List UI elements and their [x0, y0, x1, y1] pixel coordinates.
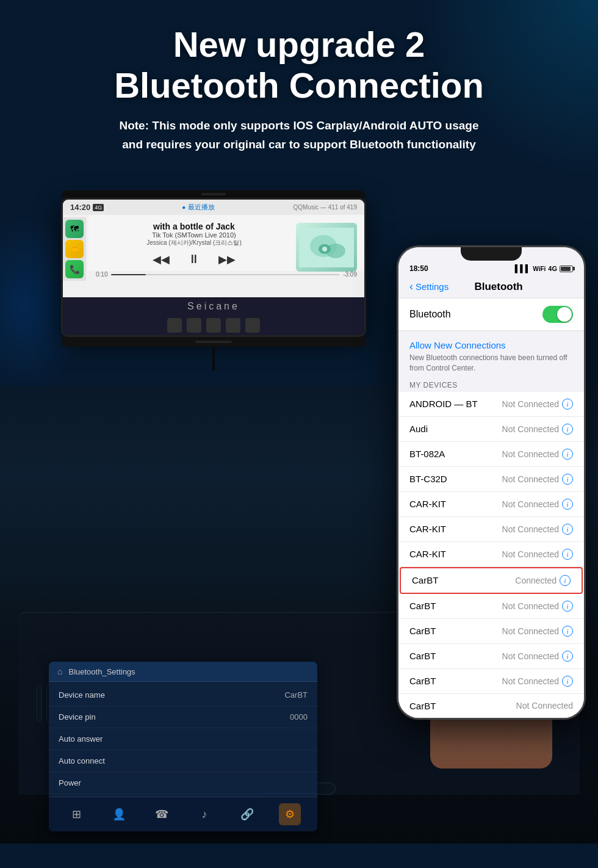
- maps-icon: 🗺: [65, 220, 84, 238]
- label-auto-connect: Auto connect: [59, 756, 105, 765]
- device-item-carkit2[interactable]: CAR-KIT Not Connected i: [398, 517, 584, 542]
- car-track-counter: QQMusic — 411 of 419: [294, 204, 358, 211]
- device-item-carbt4[interactable]: CarBT Not Connected i: [398, 644, 584, 669]
- info-button[interactable]: i: [562, 499, 573, 510]
- dock-icon-3[interactable]: [206, 318, 221, 333]
- label-auto-answer: Auto answer: [59, 734, 103, 743]
- music-progress-bar: 0:10 -3:09: [88, 271, 364, 281]
- device-item-btc32d[interactable]: BT-C32D Not Connected i: [398, 467, 584, 492]
- music-controls: ◀◀ ⏸ ▶▶: [91, 247, 297, 269]
- device-item-carkit3[interactable]: CAR-KIT Not Connected i: [398, 542, 584, 567]
- device-name: BT-082A: [409, 449, 445, 459]
- bt-settings-bottom-icons: ⊞ 👤 ☎ ♪ 🔗 ⚙: [49, 797, 317, 831]
- device-name: CAR-KIT: [409, 549, 446, 559]
- info-button[interactable]: i: [562, 424, 573, 435]
- device-status: Not Connected i: [502, 449, 573, 460]
- bottom-icon-calls[interactable]: ☎: [151, 803, 173, 825]
- device-status: Not Connected i: [502, 499, 573, 510]
- song-subtitle1: Tik Tok (SMTown Live 2010): [91, 231, 297, 239]
- pause-button[interactable]: ⏸: [188, 252, 200, 266]
- rewind-button[interactable]: ◀◀: [153, 253, 170, 266]
- phone-screen: 18:50 ▌▌▌ WiFi 4G ‹ Settings: [398, 247, 584, 718]
- forward-button[interactable]: ▶▶: [218, 253, 236, 266]
- bottom-icon-contacts[interactable]: 👤: [108, 803, 130, 825]
- device-name: CarBT: [409, 601, 436, 611]
- bottom-icon-link[interactable]: 🔗: [236, 803, 258, 825]
- device-status: Not Connected i: [502, 549, 573, 560]
- bottom-icon-settings[interactable]: ⚙: [279, 803, 301, 825]
- back-button[interactable]: ‹ Settings: [409, 280, 448, 293]
- info-button[interactable]: i: [562, 399, 573, 410]
- network-type: 4G: [548, 265, 557, 272]
- bt-settings-rows: Device name CarBT Device pin 0000 Auto a…: [49, 682, 317, 797]
- device-status: Not Connected i: [502, 676, 573, 687]
- device-name: CarBT: [412, 575, 438, 585]
- info-button[interactable]: i: [562, 474, 573, 485]
- device-item-carbt2[interactable]: CarBT Not Connected i: [398, 594, 584, 619]
- device-name: BT-C32D: [409, 474, 447, 484]
- device-name: ANDROID — BT: [409, 399, 478, 409]
- allow-connections-link[interactable]: Allow New Connections: [409, 340, 573, 350]
- device-item-android-bt[interactable]: ANDROID — BT Not Connected i: [398, 392, 584, 417]
- my-devices-header: MY DEVICES: [398, 376, 584, 392]
- device-name: CarBT: [409, 651, 436, 661]
- device-name: CAR-KIT: [409, 524, 446, 534]
- info-button[interactable]: i: [562, 549, 573, 560]
- progress-track[interactable]: [111, 274, 339, 275]
- time-current: 0:10: [96, 271, 107, 278]
- bt-row-device-pin: Device pin 0000: [49, 706, 317, 728]
- info-button[interactable]: i: [560, 575, 571, 586]
- time-remaining: -3:09: [343, 271, 357, 278]
- device-name: Audi: [409, 424, 428, 434]
- info-button[interactable]: i: [562, 601, 573, 612]
- bt-settings-title: Bluetooth_Settings: [68, 667, 135, 676]
- phone-nav-bar: ‹ Settings Bluetooth: [398, 275, 584, 298]
- info-button[interactable]: i: [562, 626, 573, 637]
- bluetooth-row: Bluetooth: [398, 298, 584, 331]
- device-item-carbt5[interactable]: CarBT Not Connected i: [398, 669, 584, 694]
- phone-time: 18:50: [409, 264, 428, 273]
- device-item-bt082a[interactable]: BT-082A Not Connected i: [398, 442, 584, 467]
- device-name: CAR-KIT: [409, 499, 446, 509]
- phone-icon: 📞: [65, 260, 84, 278]
- album-art: [296, 223, 357, 272]
- battery-icon: [560, 266, 573, 272]
- bt-settings-header: ⌂ Bluetooth_Settings: [49, 662, 317, 682]
- phone-device: 18:50 ▌▌▌ WiFi 4G ‹ Settings: [397, 245, 586, 720]
- device-status: Not Connected i: [502, 524, 573, 535]
- song-subtitle2: Jessica (제시카)/Krystal (크리스탈): [91, 239, 297, 247]
- device-item-audi[interactable]: Audi Not Connected i: [398, 417, 584, 442]
- value-device-pin: 0000: [290, 712, 308, 722]
- bottom-icon-grid[interactable]: ⊞: [65, 803, 87, 825]
- device-name: CarBT: [409, 676, 436, 686]
- label-device-pin: Device pin: [59, 712, 96, 722]
- device-status: Not Connected i: [502, 399, 573, 410]
- device-status: Not Connected: [516, 701, 573, 711]
- dock-icon-2[interactable]: [187, 318, 201, 333]
- car-signal: 4G: [93, 204, 104, 211]
- chevron-left-icon: ‹: [409, 280, 413, 293]
- device-status: Not Connected i: [502, 626, 573, 637]
- info-button[interactable]: i: [562, 651, 573, 662]
- bt-row-auto-answer: Auto answer: [49, 728, 317, 750]
- dock-icon-4[interactable]: [226, 318, 240, 333]
- device-item-carbt6[interactable]: CarBT Not Connected: [398, 694, 584, 718]
- page-nav-title: Bluetooth: [448, 281, 549, 293]
- info-button[interactable]: i: [562, 524, 573, 535]
- device-item-carkit1[interactable]: CAR-KIT Not Connected i: [398, 492, 584, 517]
- bottom-icon-music[interactable]: ♪: [193, 803, 215, 825]
- phone-notch: [461, 247, 522, 261]
- dock-icon-5[interactable]: [245, 318, 260, 333]
- bt-label: Bluetooth: [409, 309, 451, 320]
- info-button[interactable]: i: [562, 676, 573, 687]
- device-status: Not Connected i: [502, 651, 573, 662]
- status-right-icons: ▌▌▌ WiFi 4G: [515, 264, 573, 273]
- value-device-name: CarBT: [284, 690, 308, 700]
- bt-toggle[interactable]: [542, 306, 573, 323]
- device-name: CarBT: [409, 626, 436, 636]
- dock-icon-1[interactable]: [167, 318, 182, 333]
- info-button[interactable]: i: [562, 449, 573, 460]
- device-item-carbt3[interactable]: CarBT Not Connected i: [398, 619, 584, 644]
- device-item-carbt-connected[interactable]: CarBT Connected i: [400, 567, 583, 594]
- device-status: Not Connected i: [502, 601, 573, 612]
